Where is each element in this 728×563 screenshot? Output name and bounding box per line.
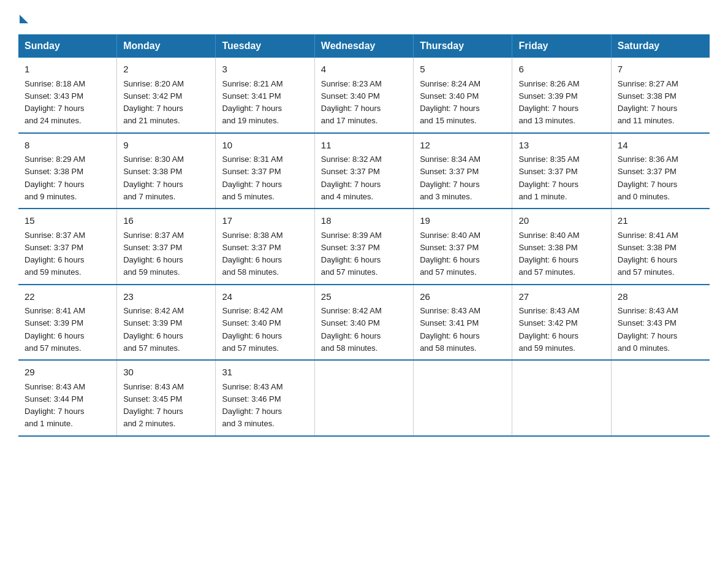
day-number: 12: [420, 139, 506, 153]
weekday-header-saturday: Saturday: [611, 34, 710, 58]
day-number: 2: [123, 63, 209, 77]
day-number: 14: [618, 139, 703, 153]
day-number: 6: [518, 63, 604, 77]
day-number: 24: [222, 290, 308, 304]
day-info: Sunrise: 8:38 AMSunset: 3:37 PMDaylight:…: [222, 231, 282, 277]
calendar-cell: 10 Sunrise: 8:31 AMSunset: 3:37 PMDaylig…: [216, 133, 314, 209]
day-number: 3: [222, 63, 308, 77]
calendar-cell: 19 Sunrise: 8:40 AMSunset: 3:37 PMDaylig…: [414, 209, 512, 285]
day-number: 8: [25, 139, 110, 153]
calendar-cell: [512, 360, 611, 436]
calendar-cell: 21 Sunrise: 8:41 AMSunset: 3:38 PMDaylig…: [611, 209, 710, 285]
day-number: 29: [25, 366, 110, 380]
calendar-cell: 22 Sunrise: 8:41 AMSunset: 3:39 PMDaylig…: [18, 285, 117, 361]
day-info: Sunrise: 8:26 AMSunset: 3:39 PMDaylight:…: [518, 79, 579, 126]
day-info: Sunrise: 8:34 AMSunset: 3:37 PMDaylight:…: [420, 155, 480, 201]
day-number: 11: [321, 139, 407, 153]
day-info: Sunrise: 8:24 AMSunset: 3:40 PMDaylight:…: [420, 79, 480, 126]
calendar-cell: 17 Sunrise: 8:38 AMSunset: 3:37 PMDaylig…: [216, 209, 314, 285]
day-info: Sunrise: 8:20 AMSunset: 3:42 PMDaylight:…: [123, 79, 184, 126]
calendar-cell: 26 Sunrise: 8:43 AMSunset: 3:41 PMDaylig…: [414, 285, 512, 361]
day-number: 16: [123, 214, 209, 228]
day-number: 1: [25, 63, 110, 77]
day-info: Sunrise: 8:21 AMSunset: 3:41 PMDaylight:…: [222, 79, 282, 126]
day-info: Sunrise: 8:42 AMSunset: 3:40 PMDaylight:…: [321, 306, 382, 353]
page-header: [18, 12, 710, 22]
logo: [18, 12, 28, 22]
day-info: Sunrise: 8:43 AMSunset: 3:46 PMDaylight:…: [222, 382, 282, 429]
calendar-cell: 7 Sunrise: 8:27 AMSunset: 3:38 PMDayligh…: [611, 58, 710, 133]
day-info: Sunrise: 8:35 AMSunset: 3:37 PMDaylight:…: [518, 155, 579, 201]
day-number: 26: [420, 290, 506, 304]
day-number: 15: [25, 214, 110, 228]
day-number: 4: [321, 63, 407, 77]
calendar-week-row: 8 Sunrise: 8:29 AMSunset: 3:38 PMDayligh…: [18, 133, 710, 209]
calendar-cell: 6 Sunrise: 8:26 AMSunset: 3:39 PMDayligh…: [512, 58, 611, 133]
calendar-cell: 28 Sunrise: 8:43 AMSunset: 3:43 PMDaylig…: [611, 285, 710, 361]
day-number: 5: [420, 63, 506, 77]
weekday-header-tuesday: Tuesday: [216, 34, 314, 58]
calendar-cell: 23 Sunrise: 8:42 AMSunset: 3:39 PMDaylig…: [117, 285, 216, 361]
calendar-cell: 13 Sunrise: 8:35 AMSunset: 3:37 PMDaylig…: [512, 133, 611, 209]
calendar-cell: 24 Sunrise: 8:42 AMSunset: 3:40 PMDaylig…: [216, 285, 314, 361]
weekday-header-sunday: Sunday: [18, 34, 117, 58]
calendar-week-row: 15 Sunrise: 8:37 AMSunset: 3:37 PMDaylig…: [18, 209, 710, 285]
day-number: 27: [518, 290, 604, 304]
day-info: Sunrise: 8:37 AMSunset: 3:37 PMDaylight:…: [25, 231, 85, 277]
calendar-cell: 30 Sunrise: 8:43 AMSunset: 3:45 PMDaylig…: [117, 360, 216, 436]
calendar-cell: 1 Sunrise: 8:18 AMSunset: 3:43 PMDayligh…: [18, 58, 117, 133]
day-info: Sunrise: 8:30 AMSunset: 3:38 PMDaylight:…: [123, 155, 184, 201]
day-info: Sunrise: 8:36 AMSunset: 3:37 PMDaylight:…: [618, 155, 678, 201]
calendar-cell: 4 Sunrise: 8:23 AMSunset: 3:40 PMDayligh…: [314, 58, 413, 133]
calendar-cell: 3 Sunrise: 8:21 AMSunset: 3:41 PMDayligh…: [216, 58, 314, 133]
weekday-header-friday: Friday: [512, 34, 611, 58]
calendar-cell: 31 Sunrise: 8:43 AMSunset: 3:46 PMDaylig…: [216, 360, 314, 436]
calendar-cell: 12 Sunrise: 8:34 AMSunset: 3:37 PMDaylig…: [414, 133, 512, 209]
day-info: Sunrise: 8:41 AMSunset: 3:38 PMDaylight:…: [618, 231, 678, 277]
calendar-cell: 8 Sunrise: 8:29 AMSunset: 3:38 PMDayligh…: [18, 133, 117, 209]
day-number: 19: [420, 214, 506, 228]
weekday-header-wednesday: Wednesday: [314, 34, 413, 58]
day-number: 9: [123, 139, 209, 153]
calendar-cell: 2 Sunrise: 8:20 AMSunset: 3:42 PMDayligh…: [117, 58, 216, 133]
calendar-week-row: 1 Sunrise: 8:18 AMSunset: 3:43 PMDayligh…: [18, 58, 710, 133]
day-number: 13: [518, 139, 604, 153]
day-info: Sunrise: 8:27 AMSunset: 3:38 PMDaylight:…: [618, 79, 678, 126]
day-info: Sunrise: 8:39 AMSunset: 3:37 PMDaylight:…: [321, 231, 382, 277]
calendar-cell: [611, 360, 710, 436]
calendar-cell: 27 Sunrise: 8:43 AMSunset: 3:42 PMDaylig…: [512, 285, 611, 361]
day-number: 22: [25, 290, 110, 304]
day-info: Sunrise: 8:32 AMSunset: 3:37 PMDaylight:…: [321, 155, 382, 201]
calendar-cell: 18 Sunrise: 8:39 AMSunset: 3:37 PMDaylig…: [314, 209, 413, 285]
calendar-week-row: 29 Sunrise: 8:43 AMSunset: 3:44 PMDaylig…: [18, 360, 710, 436]
calendar-cell: 15 Sunrise: 8:37 AMSunset: 3:37 PMDaylig…: [18, 209, 117, 285]
day-number: 21: [618, 214, 703, 228]
logo-arrow-icon: [20, 15, 28, 23]
calendar-cell: 11 Sunrise: 8:32 AMSunset: 3:37 PMDaylig…: [314, 133, 413, 209]
day-number: 28: [618, 290, 703, 304]
calendar-cell: 5 Sunrise: 8:24 AMSunset: 3:40 PMDayligh…: [414, 58, 512, 133]
day-info: Sunrise: 8:42 AMSunset: 3:39 PMDaylight:…: [123, 306, 184, 353]
day-number: 23: [123, 290, 209, 304]
calendar-cell: 14 Sunrise: 8:36 AMSunset: 3:37 PMDaylig…: [611, 133, 710, 209]
calendar-cell: 25 Sunrise: 8:42 AMSunset: 3:40 PMDaylig…: [314, 285, 413, 361]
calendar-week-row: 22 Sunrise: 8:41 AMSunset: 3:39 PMDaylig…: [18, 285, 710, 361]
day-info: Sunrise: 8:40 AMSunset: 3:37 PMDaylight:…: [420, 231, 480, 277]
day-info: Sunrise: 8:43 AMSunset: 3:41 PMDaylight:…: [420, 306, 480, 353]
day-info: Sunrise: 8:42 AMSunset: 3:40 PMDaylight:…: [222, 306, 282, 353]
day-info: Sunrise: 8:37 AMSunset: 3:37 PMDaylight:…: [123, 231, 184, 277]
day-info: Sunrise: 8:40 AMSunset: 3:38 PMDaylight:…: [518, 231, 579, 277]
calendar-cell: [314, 360, 413, 436]
day-info: Sunrise: 8:43 AMSunset: 3:42 PMDaylight:…: [518, 306, 579, 353]
day-info: Sunrise: 8:43 AMSunset: 3:45 PMDaylight:…: [123, 382, 184, 429]
calendar-cell: 9 Sunrise: 8:30 AMSunset: 3:38 PMDayligh…: [117, 133, 216, 209]
day-info: Sunrise: 8:43 AMSunset: 3:44 PMDaylight:…: [25, 382, 85, 429]
day-info: Sunrise: 8:29 AMSunset: 3:38 PMDaylight:…: [25, 155, 85, 201]
weekday-header-thursday: Thursday: [414, 34, 512, 58]
day-number: 25: [321, 290, 407, 304]
day-number: 31: [222, 366, 308, 380]
day-number: 20: [518, 214, 604, 228]
day-number: 10: [222, 139, 308, 153]
day-info: Sunrise: 8:23 AMSunset: 3:40 PMDaylight:…: [321, 79, 382, 126]
day-number: 18: [321, 214, 407, 228]
